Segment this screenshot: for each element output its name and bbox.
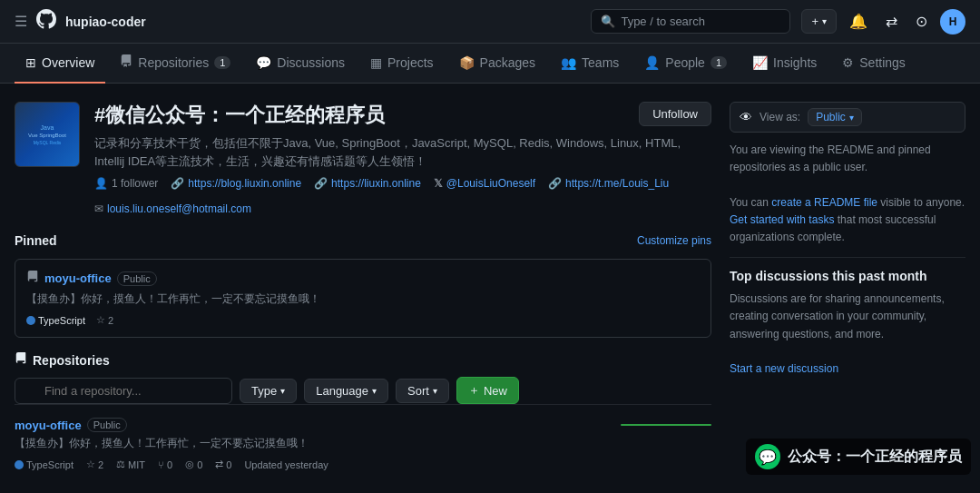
pinned-description: 【摸鱼办】你好，摸鱼人！工作再忙，一定不要忘记摸鱼哦！ bbox=[26, 291, 700, 307]
repo-activity-bar bbox=[621, 424, 711, 426]
github-logo bbox=[36, 9, 56, 35]
pinned-repo-name[interactable]: moyu-office bbox=[44, 271, 112, 285]
org-header: Java Vue SpringBoot MySQL Redis #微信公众号：一… bbox=[15, 102, 711, 215]
telegram-link[interactable]: 🔗 https://t.me/Louis_Liu bbox=[548, 177, 669, 190]
notifications-icon[interactable]: 🔔 bbox=[844, 7, 873, 35]
top-discussions-title: Top discussions this past month bbox=[730, 269, 965, 283]
view-as-bar: 👁 View as: Public ▾ bbox=[730, 102, 965, 133]
table-row: moyu-office Public 【摸鱼办】你好，摸鱼人！工作再忙，一定不要… bbox=[15, 404, 711, 483]
search-icon: 🔍 bbox=[601, 15, 615, 28]
repo-search-wrap: 🔍 bbox=[15, 378, 232, 404]
repo-star-icon: ☆ bbox=[86, 458, 95, 470]
customize-pins-link[interactable]: Customize pins bbox=[637, 234, 711, 247]
pinned-card: moyu-office Public 【摸鱼办】你好，摸鱼人！工作再忙，一定不要… bbox=[15, 259, 711, 338]
email-link[interactable]: ✉ louis.liu.oneself@hotmail.com bbox=[94, 202, 251, 215]
website-link[interactable]: 🔗 https://liuxin.online bbox=[314, 177, 421, 190]
main-content: Java Vue SpringBoot MySQL Redis #微信公众号：一… bbox=[0, 84, 980, 493]
get-started-link[interactable]: Get started with tasks bbox=[730, 213, 834, 226]
repo-updated: Updated yesterday bbox=[244, 459, 328, 470]
top-bar: ☰ hupiao-coder 🔍 Type / to search + ▾ 🔔 … bbox=[0, 0, 980, 44]
language-dot bbox=[26, 316, 35, 325]
repo-language: TypeScript bbox=[15, 459, 74, 470]
nav-item-packages[interactable]: 📦 Packages bbox=[448, 44, 546, 84]
chevron-down-icon: ▾ bbox=[822, 16, 827, 26]
view-as-label: View as: bbox=[760, 111, 800, 123]
sort-filter-button[interactable]: Sort ▾ bbox=[396, 379, 449, 403]
repo-icon bbox=[120, 54, 132, 70]
projects-icon: ▦ bbox=[370, 55, 382, 70]
wechat-text: 公众号：一个正经的程序员 bbox=[788, 448, 962, 467]
top-bar-left: ☰ hupiao-coder bbox=[15, 9, 580, 35]
nav-item-settings[interactable]: ⚙ Settings bbox=[831, 44, 916, 84]
repo-issues: ◎ 0 bbox=[185, 458, 202, 470]
pinned-section-header: Pinned Customize pins bbox=[15, 233, 711, 248]
language-chevron-icon: ▾ bbox=[372, 386, 377, 396]
blog-link[interactable]: 🔗 https://blog.liuxin.online bbox=[171, 177, 301, 190]
nav-item-insights[interactable]: 📈 Insights bbox=[741, 44, 828, 84]
start-discussion-link[interactable]: Start a new discussion bbox=[730, 362, 838, 375]
create-readme-link[interactable]: create a README file bbox=[771, 196, 877, 209]
left-column: Java Vue SpringBoot MySQL Redis #微信公众号：一… bbox=[15, 102, 711, 475]
pull-requests-icon[interactable]: ⇄ bbox=[880, 7, 903, 35]
plus-icon: + bbox=[811, 15, 818, 28]
repos-icon bbox=[15, 352, 27, 368]
top-bar-right: + ▾ 🔔 ⇄ ⊙ H bbox=[801, 7, 965, 35]
divider bbox=[730, 257, 965, 258]
people-icon: 👤 bbox=[644, 55, 660, 70]
pinned-card-title: moyu-office Public bbox=[26, 271, 700, 286]
org-description: 记录和分享技术干货，包括但不限于Java, Vue, SpringBoot，Ja… bbox=[94, 134, 711, 170]
org-title: #微信公众号：一个正经的程序员 bbox=[94, 102, 385, 129]
repo-lang-dot bbox=[15, 460, 24, 469]
type-filter-button[interactable]: Type ▾ bbox=[240, 379, 297, 403]
plus-button[interactable]: + ▾ bbox=[801, 9, 837, 34]
unfollow-button[interactable]: Unfollow bbox=[639, 102, 711, 126]
repo-license: ⚖ MIT bbox=[116, 458, 145, 470]
pinned-stars: ☆ 2 bbox=[96, 314, 113, 326]
follower-count: 👤 1 follower bbox=[94, 177, 158, 190]
nav-item-repositories[interactable]: Repositories 1 bbox=[109, 44, 241, 84]
right-column: 👁 View as: Public ▾ You are viewing the … bbox=[730, 102, 965, 475]
language-filter-button[interactable]: Language ▾ bbox=[304, 379, 388, 403]
followers-icon: 👤 bbox=[94, 177, 108, 190]
wechat-icon: 💬 bbox=[755, 444, 780, 469]
hamburger-icon[interactable]: ☰ bbox=[15, 13, 27, 30]
twitter-link[interactable]: 𝕏 @LouisLiuOneself bbox=[434, 177, 535, 190]
search-box[interactable]: 🔍 Type / to search bbox=[591, 9, 790, 34]
nav-bar: ⊞ Overview Repositories 1 💬 Discussions … bbox=[0, 44, 980, 84]
nav-item-overview[interactable]: ⊞ Overview bbox=[15, 44, 105, 84]
pinned-repo-icon bbox=[26, 271, 39, 286]
org-info: #微信公众号：一个正经的程序员 Unfollow 记录和分享技术干货，包括但不限… bbox=[94, 102, 711, 215]
view-as-button[interactable]: Public ▾ bbox=[808, 108, 862, 126]
new-repo-button[interactable]: ＋ New bbox=[456, 377, 519, 404]
view-as-description: You are viewing the README and pinned re… bbox=[730, 142, 965, 246]
search-placeholder: Type / to search bbox=[621, 15, 705, 28]
license-icon: ⚖ bbox=[116, 458, 125, 470]
fork-icon: ⑂ bbox=[158, 459, 164, 470]
pinned-section: Pinned Customize pins moyu-office Public… bbox=[15, 233, 711, 338]
repo-item-description: 【摸鱼办】你好，摸鱼人！工作再忙，一定不要忘记摸鱼哦！ bbox=[15, 436, 711, 451]
settings-icon: ⚙ bbox=[842, 55, 854, 70]
pr-icon: ⇄ bbox=[215, 458, 223, 470]
repos-search-row: 🔍 Type ▾ Language ▾ Sort ▾ ＋ New bbox=[15, 377, 711, 404]
discussions-description: Discussions are for sharing announcement… bbox=[730, 291, 965, 378]
org-avatar: Java Vue SpringBoot MySQL Redis bbox=[15, 102, 80, 167]
issues-icon[interactable]: ⊙ bbox=[910, 7, 933, 35]
repo-search-input[interactable] bbox=[15, 378, 232, 404]
plus-new-icon: ＋ bbox=[468, 382, 480, 399]
repo-item-meta: TypeScript ☆ 2 ⚖ MIT ⑂ 0 ◎ bbox=[15, 458, 711, 470]
view-chevron-icon: ▾ bbox=[849, 113, 854, 123]
sort-chevron-icon: ▾ bbox=[433, 386, 437, 396]
pinned-meta: TypeScript ☆ 2 bbox=[26, 314, 700, 326]
pinned-title: Pinned bbox=[15, 233, 57, 248]
pinned-language: TypeScript bbox=[26, 315, 85, 326]
wechat-watermark: 💬 公众号：一个正经的程序员 bbox=[746, 439, 971, 475]
nav-item-discussions[interactable]: 💬 Discussions bbox=[245, 44, 356, 84]
eye-icon: 👁 bbox=[740, 110, 752, 124]
nav-item-teams[interactable]: 👥 Teams bbox=[550, 44, 630, 84]
nav-item-projects[interactable]: ▦ Projects bbox=[359, 44, 445, 84]
star-icon: ☆ bbox=[96, 314, 105, 326]
user-avatar[interactable]: H bbox=[940, 9, 965, 35]
repo-prs: ⇄ 0 bbox=[215, 458, 231, 470]
repo-item-name[interactable]: moyu-office bbox=[15, 419, 82, 432]
nav-item-people[interactable]: 👤 People 1 bbox=[633, 44, 738, 84]
